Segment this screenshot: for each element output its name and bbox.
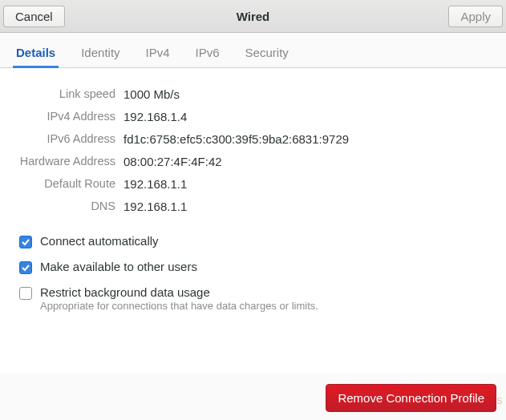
tab-identity[interactable]: Identity [79,41,121,67]
value-ipv4: 192.168.1.4 [123,110,187,123]
checkbox-connect-automatically[interactable] [19,236,32,248]
check-icon [21,237,30,247]
apply-button[interactable]: Apply [448,6,503,27]
value-link-speed: 1000 Mb/s [123,87,180,101]
remove-connection-button[interactable]: Remove Connection Profile [326,384,496,412]
label-dns: DNS [19,200,123,213]
headerbar: Cancel Wired Apply [0,0,506,33]
label-ipv6: IPv6 Address [19,132,123,146]
label-link-speed: Link speed [19,87,123,101]
row-ipv4: IPv4 Address 192.168.1.4 [19,110,487,123]
option-restrict-background[interactable]: Restrict background data usage Appropria… [19,285,487,312]
cancel-button[interactable]: Cancel [3,6,65,27]
sublabel-restrict-background: Appropriate for connections that have da… [40,300,318,312]
value-default-route: 192.168.1.1 [123,177,187,191]
tab-ipv4[interactable]: IPv4 [144,41,172,67]
checkbox-restrict-background[interactable] [19,287,32,300]
check-icon [21,263,30,273]
label-default-route: Default Route [19,177,123,191]
window-title: Wired [0,10,506,23]
checkbox-make-available[interactable] [19,261,32,274]
option-make-available[interactable]: Make available to other users [19,260,487,274]
tab-ipv6[interactable]: IPv6 [194,41,221,67]
row-default-route: Default Route 192.168.1.1 [19,177,487,191]
tab-security[interactable]: Security [244,41,290,67]
label-ipv4: IPv4 Address [19,110,123,123]
value-dns: 192.168.1.1 [123,200,187,213]
tab-bar: Details Identity IPv4 IPv6 Security [0,33,506,68]
label-restrict-background: Restrict background data usage [40,285,318,299]
label-make-available: Make available to other users [40,260,197,273]
details-panel: Link speed 1000 Mb/s IPv4 Address 192.16… [0,68,506,373]
option-connect-automatically[interactable]: Connect automatically [19,234,487,248]
label-connect-automatically: Connect automatically [40,234,159,248]
footer: Remove Connection Profile [326,384,496,412]
label-hardware-address: Hardware Address [19,155,123,168]
row-link-speed: Link speed 1000 Mb/s [19,87,487,101]
row-ipv6: IPv6 Address fd1c:6758:efc5:c300:39f5:9b… [19,132,487,146]
row-hardware-address: Hardware Address 08:00:27:4F:4F:42 [19,155,487,168]
row-dns: DNS 192.168.1.1 [19,200,487,213]
tab-details[interactable]: Details [14,41,57,67]
value-ipv6: fd1c:6758:efc5:c300:39f5:9ba2:6831:9729 [123,132,349,146]
value-hardware-address: 08:00:27:4F:4F:42 [123,155,222,168]
